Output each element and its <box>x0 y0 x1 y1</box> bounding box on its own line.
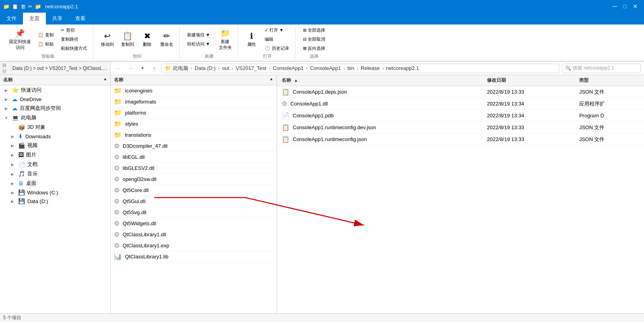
tree-pictures[interactable]: ▶ 🖼 图片 <box>0 150 110 160</box>
pin-button[interactable]: 📌 固定到快速访问 <box>6 27 34 52</box>
col-name-header[interactable]: 名称 ▲ <box>277 75 482 86</box>
tree-3d-objects[interactable]: 📦 3D 对象 <box>0 122 110 132</box>
minimize-button[interactable]: ─ <box>609 3 620 10</box>
list-item[interactable]: ⚙ QtClassLibrary1.exp <box>111 240 277 251</box>
tab-share[interactable]: 共享 <box>46 13 69 24</box>
list-item[interactable]: 📁 styles <box>111 119 277 130</box>
list-item[interactable]: ⚙ Qt5Core.dll <box>111 185 277 196</box>
file-modified: 2022/8/19 13:33 <box>482 122 574 134</box>
list-item[interactable]: 📊 QtClassLibrary1.lib <box>111 251 277 262</box>
search-box[interactable]: 🔍 搜索 netcoreapp2.1 <box>562 64 641 73</box>
history-button[interactable]: 🕐 历史记录 <box>262 44 292 53</box>
onedrive-label: OneDrive <box>20 96 107 102</box>
list-item[interactable]: ⚙ Qt5Widgets.dll <box>111 218 277 229</box>
copy-to-button[interactable]: 📋 复制到 <box>118 30 137 49</box>
dropdown-button[interactable]: ▼ <box>138 64 147 73</box>
list-item[interactable]: ⚙ opengl32sw.dll <box>111 174 277 185</box>
file-icon: 📄 <box>282 112 290 119</box>
back-button[interactable]: ← <box>114 64 123 73</box>
new-folder-button[interactable]: 📁 新建文件夹 <box>216 27 235 52</box>
maximize-button[interactable]: □ <box>620 3 630 9</box>
close-button[interactable]: ✕ <box>630 3 641 9</box>
status-bar: 5 个项目 <box>0 313 644 322</box>
open-actions: ℹ 属性 ✓ 打开 ▼ 编辑 🕐 历史记录 <box>243 26 292 53</box>
file-icon: ⚙ <box>282 100 287 107</box>
expand-icon: ▶ <box>9 181 16 186</box>
tree-onedrive[interactable]: ▶ ☁ OneDrive <box>0 95 110 104</box>
col-type-header[interactable]: 类型 <box>574 75 644 86</box>
new-folder-icon2: 📁 <box>220 28 230 38</box>
new-item-button[interactable]: 新建项目 ▼ <box>184 31 213 39</box>
address-path[interactable]: 📁 此电脑 › Data (D:) › out › VS2017_Test › … <box>161 64 559 73</box>
list-item[interactable]: 📁 imageformats <box>111 96 277 107</box>
select-all-button[interactable]: ⊞ 全部选择 <box>300 26 328 34</box>
videos-icon: 🎬 <box>18 142 25 149</box>
table-row[interactable]: 📋 ConsoleApp1.runtimeconfig.json 2022/8/… <box>277 134 644 145</box>
ribbon-tabs: 文件 主页 共享 查看 <box>0 13 644 24</box>
list-item[interactable]: ⚙ Qt5Svg.dll <box>111 207 277 218</box>
left-file-col-name: 名称 <box>114 77 123 83</box>
list-item[interactable]: 📁 platforms <box>111 107 277 119</box>
music-label: 音乐 <box>27 170 107 177</box>
table-row[interactable]: ⚙ ConsoleApp1.dll 2022/8/19 13:34 应用程序扩 <box>277 98 644 110</box>
file-name: ConsoleApp1.runtimeconfig.dev.json <box>293 124 376 130</box>
paste-button[interactable]: 📋 粘贴 <box>35 40 57 48</box>
folder-icon-item: 📁 <box>114 109 122 117</box>
invert-selection-label: ⊠ 反向选择 <box>303 45 325 51</box>
new-label: 新建 <box>205 53 214 59</box>
tree-baidu[interactable]: ▶ ☁ 百度网盘同步空间 <box>0 104 110 113</box>
list-item[interactable]: ⚙ libGLESV2.dll <box>111 163 277 174</box>
edit-button[interactable]: 编辑 <box>262 35 292 43</box>
tab-view[interactable]: 查看 <box>69 13 92 24</box>
tree-docs[interactable]: ▶ 📄 文档 <box>0 160 110 169</box>
expand-icon: ▶ <box>3 97 9 102</box>
tab-file[interactable]: 文件 <box>0 13 23 24</box>
col-modified-header[interactable]: 修改日期 <box>482 75 574 86</box>
file-name: QtClassLibrary1.exp <box>123 243 273 249</box>
list-item[interactable]: 📁 translations <box>111 130 277 141</box>
list-item[interactable]: ⚙ D3Dcompiler_47.dll <box>111 141 277 152</box>
tree-quick-access[interactable]: ▶ ⭐ 快速访问 <box>0 85 110 95</box>
tree-data-d[interactable]: ▶ 💾 Data (D:) <box>0 197 110 205</box>
table-row[interactable]: 📋 ConsoleApp1.runtimeconfig.dev.json 202… <box>277 122 644 134</box>
path-ca2: ConsoleApp1 <box>310 65 341 71</box>
cut-button[interactable]: ✂ 剪切 <box>58 26 90 34</box>
rename-button[interactable]: ✏ 重命名 <box>157 30 176 49</box>
copy-path-button[interactable]: 复制路径 <box>58 35 90 43</box>
tree-videos[interactable]: ▶ 🎬 视频 <box>0 141 110 150</box>
quick-access-icon: ⭐ <box>12 87 19 93</box>
file-name: libGLESV2.dll <box>123 165 273 171</box>
select-all-label: ⊞ 全部选择 <box>303 27 325 33</box>
paste-shortcut-button[interactable]: 粘贴快捷方式 <box>58 44 90 53</box>
expand-icon: ▶ <box>9 190 16 195</box>
tree-music[interactable]: ▶ 🎵 音乐 <box>0 169 110 179</box>
rename-icon2: ✏ <box>163 31 170 41</box>
forward-button[interactable]: → <box>126 64 135 73</box>
invert-selection-button[interactable]: ⊠ 反向选择 <box>300 44 328 53</box>
deselect-all-button[interactable]: ⊟ 全部取消 <box>300 35 328 43</box>
table-row[interactable]: 📋 ConsoleApp1.deps.json 2022/8/19 13:33 … <box>277 86 644 98</box>
list-item[interactable]: ⚙ Qt5Gui.dll <box>111 196 277 207</box>
easy-access-button[interactable]: 轻松访问 ▼ <box>184 40 213 48</box>
tree-downloads[interactable]: ▶ ⬇ Downloads <box>0 132 110 141</box>
copy-button[interactable]: 📋 复制 <box>35 31 57 39</box>
move-to-button[interactable]: ↩ 移动到 <box>98 30 117 49</box>
copy-icon: 📋 <box>12 4 18 9</box>
organize-label: 组织 <box>133 53 142 59</box>
tree-windows-c[interactable]: ▶ 💾 Windows (C:) <box>0 188 110 197</box>
desktop-icon: 🖥 <box>18 180 24 186</box>
tree-desktop[interactable]: ▶ 🖥 桌面 <box>0 179 110 188</box>
up-button[interactable]: ↑ <box>150 64 159 73</box>
delete-button[interactable]: ✖ 删除 <box>138 30 156 49</box>
list-item[interactable]: ⚙ QtClassLibrary1.dll <box>111 229 277 240</box>
list-item[interactable]: ⚙ libEGL.dll <box>111 152 277 163</box>
list-item[interactable]: 📁 iconengines <box>111 85 277 96</box>
sort-icon: ▲ <box>103 77 107 83</box>
tree-this-pc[interactable]: ▼ 💻 此电脑 <box>0 113 110 122</box>
properties-button[interactable]: ℹ 属性 <box>243 30 260 49</box>
open-button[interactable]: ✓ 打开 ▼ <box>262 26 292 34</box>
table-row[interactable]: 📄 ConsoleApp1.pdb 2022/8/19 13:34 Progra… <box>277 110 644 122</box>
file-name: opengl32sw.dll <box>123 176 273 182</box>
history-label: 历史记录 <box>272 45 289 51</box>
tab-home[interactable]: 主页 <box>23 13 46 24</box>
